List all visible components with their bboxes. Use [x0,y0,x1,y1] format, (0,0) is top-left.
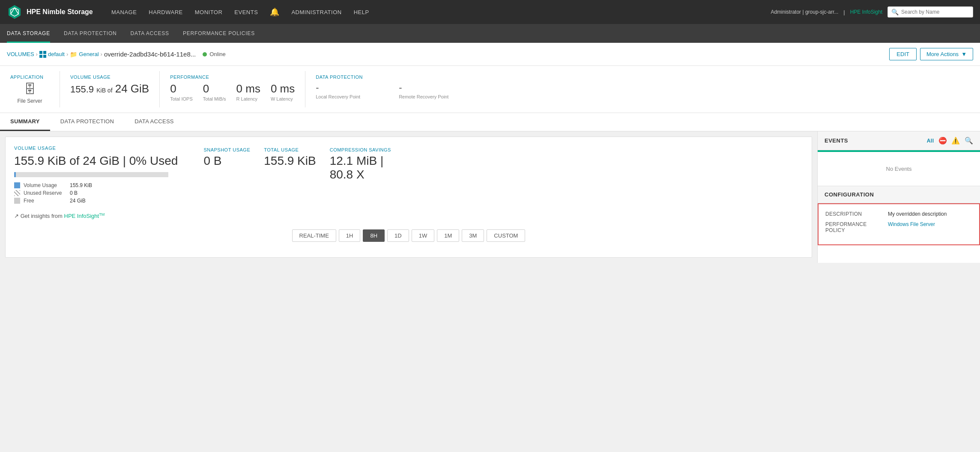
insights-tm: TM [99,212,105,217]
legend: Volume Usage 155.9 KiB Unused Reserve 0 … [14,182,178,204]
snapshot-section: SNAPSHOT USAGE 0 B TOTAL USAGE 155.9 KiB… [203,147,391,181]
sub-nav-data-access[interactable]: DATA ACCESS [131,24,169,43]
time-btn-1h[interactable]: 1H [339,229,361,242]
more-actions-button[interactable]: More Actions ▼ [920,48,973,60]
nav-administration[interactable]: ADMINISTRATION [291,7,341,17]
tab-summary[interactable]: SUMMARY [0,113,50,131]
online-dot [203,52,207,56]
vol-usage-section-label: VOLUME USAGE [14,146,178,151]
tabs-row: SUMMARY DATA PROTECTION DATA ACCESS [0,113,980,131]
breadcrumb-bar: VOLUMES › default › 📁 General › override… [0,43,980,66]
perf-iops-label: Total IOPS [170,96,193,101]
nav-help[interactable]: HELP [354,7,369,17]
stat-application: APPLICATION 🗄 File Server [0,71,60,107]
legend-volume-usage: Volume Usage 155.9 KiB [14,182,178,188]
nav-links: MANAGE HARDWARE MONITOR EVENTS 🔔 ADMINIS… [111,7,760,17]
perf-mibs: 0 [203,82,226,95]
legend-free-val: 24 GiB [70,198,86,204]
total-usage-value: 155.9 KiB [264,154,316,168]
perf-mibs-group: 0 Total MiB/s [203,82,226,101]
warning-filter-icon[interactable]: ⚠️ [951,137,960,145]
config-performance-row: PERFORMANCE POLICY Windows File Server [825,221,972,233]
sidebar-right: EVENTS All ⛔ ⚠️ 🔍 No Events CONFIGURATIO… [817,131,980,263]
nav-hardware[interactable]: HARDWARE [149,7,182,17]
time-btn-1d[interactable]: 1D [387,229,409,242]
local-rp-group: - Local Recovery Point [316,82,378,99]
breadcrumb-sep1: › [36,51,38,57]
breadcrumb-sep3: › [101,51,102,57]
nav-manage[interactable]: MANAGE [111,7,137,17]
time-btn-realtime[interactable]: REAL-TIME [292,229,336,242]
breadcrumb-apps-icon[interactable] [39,51,46,58]
logo-area: HPE Nimble Storage [7,4,101,20]
top-nav: HPE Nimble Storage MANAGE HARDWARE MONIT… [0,0,980,24]
sub-nav-data-storage[interactable]: DATA STORAGE [7,24,50,43]
hpe-logo-icon [7,4,22,20]
legend-free: Free 24 GiB [14,198,178,204]
legend-gray-box [14,198,20,204]
application-name: File Server [10,98,49,104]
insights-link-text: HPE InfoSight [64,213,99,219]
time-btn-1m[interactable]: 1M [437,229,459,242]
performance-policy-value[interactable]: Windows File Server [888,221,935,233]
legend-blue-box [14,182,20,188]
compression-savings-group: COMPRESSION SAVINGS 12.1 MiB | 80.8 X [330,147,391,181]
edit-button[interactable]: EDIT [889,48,917,60]
time-btn-custom[interactable]: CUSTOM [487,229,525,242]
nav-monitor[interactable]: MONITOR [195,7,223,17]
events-title: EVENTS [825,137,848,144]
breadcrumb-volumes[interactable]: VOLUMES [7,51,34,57]
infosight-link[interactable]: HPE InfoSight [850,9,882,15]
volume-usage-value: 155.9 KiB of 24 GiB [70,82,149,95]
breadcrumb-current: override-2adbd34c-b614-11e8... [104,51,196,58]
perf-rlatency: 0 ms [236,82,260,95]
events-all-filter[interactable]: All [927,138,934,144]
stat-performance: PERFORMANCE 0 Total IOPS 0 Total MiB/s 0… [160,71,305,107]
tab-data-access[interactable]: DATA ACCESS [124,113,184,131]
sub-nav-performance-policies[interactable]: PERFORMANCE POLICIES [183,24,255,43]
action-buttons: EDIT More Actions ▼ [889,48,973,60]
events-panel-header: EVENTS All ⛔ ⚠️ 🔍 [818,131,980,150]
notification-bell-icon[interactable]: 🔔 [270,7,279,17]
total-usage-group: TOTAL USAGE 155.9 KiB [264,147,316,168]
compression-val2: 80.8 X [330,168,391,181]
search-icon: 🔍 [891,9,899,15]
volume-usage-unit1: KiB of [96,87,112,94]
perf-iops: 0 [170,82,193,95]
search-input[interactable] [901,9,969,15]
perf-grid: 0 Total IOPS 0 Total MiB/s 0 ms R Latenc… [170,82,295,101]
config-panel-body: DESCRIPTION My overridden description PE… [818,203,980,245]
performance-policy-key: PERFORMANCE POLICY [825,221,881,233]
sub-nav-data-protection[interactable]: DATA PROTECTION [64,24,117,43]
time-btn-8h[interactable]: 8H [363,229,385,242]
legend-free-name: Free [24,198,66,204]
progress-bar-container [14,172,168,177]
description-value: My overridden description [888,211,947,217]
online-status: Online [209,51,226,57]
volume-usage-section: VOLUME USAGE 155.9 KiB of 24 GiB | 0% Us… [14,146,178,204]
perf-rlatency-group: 0 ms R Latency [236,82,260,101]
time-btn-3m[interactable]: 3M [462,229,484,242]
top-right: Administrator | group-sjc-arr... | HPE I… [771,6,973,18]
legend-unused-val: 0 B [70,190,78,196]
config-panel-header: CONFIGURATION [818,186,980,203]
perf-iops-group: 0 Total IOPS [170,82,193,101]
breadcrumb-general[interactable]: General [79,51,99,57]
search-box[interactable]: 🔍 [887,6,973,18]
perf-rlatency-label: R Latency [236,96,260,101]
events-search-icon[interactable]: 🔍 [965,137,974,145]
error-filter-icon[interactable]: ⛔ [938,137,947,145]
events-header-icons: All ⛔ ⚠️ 🔍 [927,137,973,145]
events-body: No Events [818,152,980,186]
nav-events[interactable]: EVENTS [234,7,258,17]
total-usage-label: TOTAL USAGE [264,147,316,152]
tab-data-protection[interactable]: DATA PROTECTION [50,113,124,131]
infosight-insights-link[interactable]: HPE InfoSightTM [64,213,105,219]
time-btn-1w[interactable]: 1W [412,229,435,242]
remote-rp-group: - Remote Recovery Point [399,82,466,99]
remote-rp-value: - [399,82,466,93]
breadcrumb-default[interactable]: default [48,51,65,57]
external-link-icon: ↗ [14,213,19,219]
local-rp-label: Local Recovery Point [316,94,378,99]
more-actions-label: More Actions [926,51,959,57]
